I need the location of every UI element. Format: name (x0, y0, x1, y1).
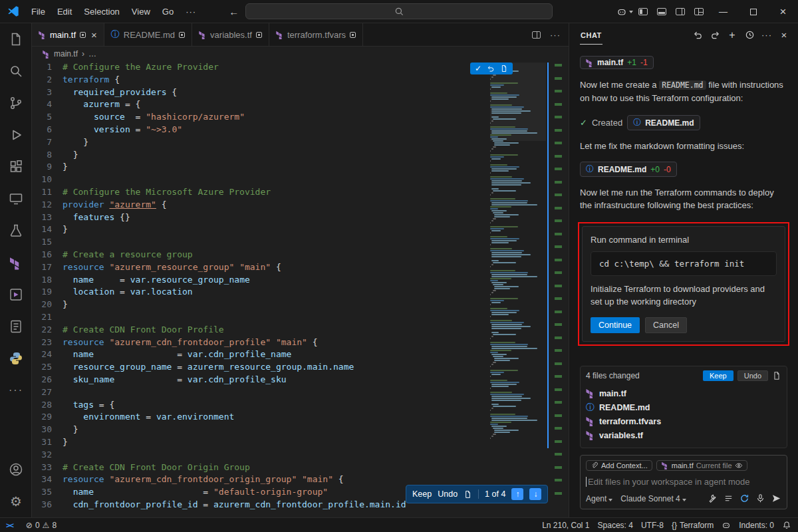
toggle-panel-icon[interactable] (652, 0, 671, 23)
remote-indicator[interactable]: >< (0, 521, 19, 529)
split-editor-icon[interactable] (532, 31, 541, 39)
code-line[interactable]: 8 } (32, 149, 490, 162)
code-line[interactable]: 15 (32, 236, 490, 249)
close-chat-icon[interactable]: × (777, 28, 791, 43)
code-line[interactable]: 29 environment = var.environment (32, 411, 490, 424)
code-line[interactable]: 5 source = "hashicorp/azurerm" (32, 111, 490, 124)
activity-settings[interactable]: ⚙ (0, 485, 32, 517)
changed-file-pill[interactable]: main.tf +1 -1 (580, 56, 654, 69)
code-line[interactable]: 23resource "azurerm_cdn_frontdoor_profil… (32, 336, 490, 349)
activity-remote-explorer[interactable] (0, 183, 32, 215)
activity-run-debug[interactable] (0, 119, 32, 151)
menu-item-go[interactable]: Go (156, 0, 180, 23)
attached-file-chip[interactable]: main.tf Current file (656, 460, 747, 471)
editor-more-icon[interactable]: ··· (550, 30, 561, 40)
code-line[interactable]: 26 sku_name = var.cdn_profile_sku (32, 374, 490, 386)
close-tab-icon[interactable]: × (91, 29, 97, 41)
activity-testing[interactable] (0, 215, 32, 247)
code-editor[interactable]: 1# Configure the Azure Provider2terrafor… (32, 61, 569, 517)
problems-status[interactable]: ⊘ 0 ⚠ 8 (22, 521, 61, 530)
code-line[interactable]: 6 version = "~>3.0" (32, 124, 490, 136)
add-context-button[interactable]: Add Context... (586, 460, 652, 471)
changed-file-row[interactable]: ⓘREADME.md (586, 400, 781, 414)
code-line[interactable]: 14} (32, 223, 490, 236)
tab-variables.tf[interactable]: variables.tf (192, 23, 269, 46)
toggle-secondary-sidebar-icon[interactable] (671, 0, 690, 23)
code-line[interactable]: 10 (32, 174, 490, 186)
changed-file-row[interactable]: main.tf (586, 386, 781, 400)
chat-more-icon[interactable]: ··· (759, 28, 774, 43)
cancel-button[interactable]: Cancel (645, 317, 687, 333)
maximize-button[interactable] (738, 0, 768, 23)
breadcrumb-symbol[interactable]: … (88, 49, 96, 59)
tasklist-icon[interactable] (724, 493, 733, 503)
menu-item-view[interactable]: View (126, 0, 156, 23)
previous-change-icon[interactable]: ↑ (511, 488, 523, 500)
activity-explorer[interactable] (0, 23, 32, 55)
command-center-search[interactable] (245, 3, 553, 19)
tab-main.tf[interactable]: main.tf× (32, 23, 104, 46)
redo-icon[interactable] (708, 28, 722, 43)
code-line[interactable]: 11# Configure the Microsoft Azure Provid… (32, 186, 490, 199)
continue-button[interactable]: Continue (591, 317, 640, 333)
changed-file-pill[interactable]: ⓘ README.md +0 -0 (580, 162, 677, 177)
view-changes-icon[interactable] (772, 371, 781, 380)
menu-item-selection[interactable]: Selection (78, 0, 125, 23)
activity-python[interactable] (0, 342, 32, 374)
toggle-sidebar-icon[interactable] (634, 0, 652, 23)
discard-change-icon[interactable] (487, 65, 495, 72)
notifications-bell-icon[interactable] (778, 521, 798, 530)
file-icon[interactable] (464, 490, 472, 499)
undo-icon[interactable] (690, 28, 705, 43)
language-mode[interactable]: {} Terraform (668, 521, 718, 530)
code-line[interactable]: 20} (32, 299, 490, 311)
activity-account[interactable] (0, 454, 32, 485)
code-line[interactable]: 19 location = var.location (32, 286, 490, 299)
copilot-status-icon[interactable] (718, 521, 735, 530)
open-file-icon[interactable] (500, 65, 508, 72)
minimap[interactable] (490, 63, 546, 517)
breadcrumb-file[interactable]: main.tf (54, 49, 78, 59)
changed-file-row[interactable]: variables.tf (586, 428, 781, 442)
code-line[interactable]: 3 required_providers { (32, 86, 490, 99)
activity-terraform-workspace[interactable] (0, 279, 32, 311)
keep-button[interactable]: Keep (412, 489, 432, 499)
code-line[interactable]: 9} (32, 161, 490, 174)
code-line[interactable]: 33# Create CDN Front Door Origin Group (32, 462, 490, 474)
indentation-setting[interactable]: Spaces: 4 (594, 521, 637, 530)
activity-terraform[interactable] (0, 247, 32, 279)
chat-input[interactable]: Edit files in your workspace in agent mo… (586, 477, 781, 487)
sync-loop-icon[interactable] (739, 493, 749, 503)
code-line[interactable]: 17resource "azurerm_resource_group" "mai… (32, 261, 490, 274)
tab-chat[interactable]: CHAT (580, 25, 602, 45)
new-chat-icon[interactable]: + (725, 28, 739, 43)
code-line[interactable]: 2terraform { (32, 74, 490, 86)
code-line[interactable]: 27 (32, 386, 490, 399)
code-line[interactable]: 13 features {} (32, 211, 490, 224)
close-window-button[interactable]: × (768, 0, 798, 23)
next-change-icon[interactable]: ↓ (529, 488, 541, 500)
chat-input-box[interactable]: Add Context... main.tf Current file (580, 455, 787, 509)
mode-picker[interactable]: Agent (586, 494, 612, 503)
cursor-position[interactable]: Ln 210, Col 1 (538, 521, 593, 530)
copilot-menu-icon[interactable] (615, 0, 634, 23)
indents-status[interactable]: Indents: 0 (735, 521, 778, 530)
code-line[interactable]: 30 } (32, 424, 490, 436)
code-line[interactable]: 22# Create CDN Front Door Profile (32, 324, 490, 336)
code-line[interactable]: 7 } (32, 136, 490, 149)
microphone-icon[interactable] (755, 493, 765, 503)
activity-more[interactable]: ··· (0, 374, 32, 406)
code-line[interactable]: 32 (32, 449, 490, 462)
history-icon[interactable] (742, 28, 757, 43)
menu-item-file[interactable]: File (25, 0, 51, 23)
eye-icon[interactable] (735, 462, 743, 469)
activity-search[interactable] (0, 55, 32, 87)
accept-change-icon[interactable]: ✓ (475, 64, 481, 73)
code-line[interactable]: 16# Create a resource group (32, 249, 490, 261)
code-line[interactable]: 25 resource_group_name = azurerm_resourc… (32, 361, 490, 374)
breadcrumb[interactable]: main.tf › … (32, 47, 569, 61)
keep-all-button[interactable]: Keep (703, 370, 733, 381)
code-line[interactable]: 1# Configure the Azure Provider (32, 61, 490, 74)
activity-extensions[interactable] (0, 151, 32, 183)
tab-README.md[interactable]: ⓘREADME.md (104, 23, 192, 46)
